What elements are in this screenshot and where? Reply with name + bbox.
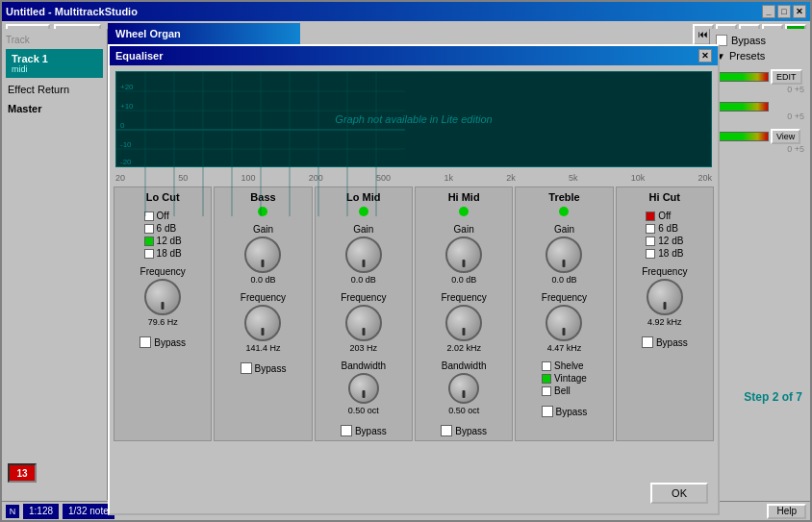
eq-bands: Lo Cut Off 6 dB 12 dB — [114, 186, 714, 441]
svg-text:-10: -10 — [120, 140, 132, 149]
track-1-sub: midi — [12, 64, 97, 74]
band-treble-title: Treble — [548, 191, 579, 203]
hi-cut-off-box[interactable] — [646, 211, 655, 221]
hi-cut-18db-box[interactable] — [646, 249, 655, 259]
wheel-organ-bar: Wheel Organ — [108, 23, 300, 44]
lo-cut-freq-indicator — [162, 302, 165, 310]
track-1-item[interactable]: Track 1 midi — [6, 49, 103, 78]
bass-bypass: Bypass — [241, 362, 287, 374]
treble-bypass-box[interactable] — [542, 406, 553, 417]
meter-2-label: 0 +5 — [716, 112, 804, 121]
lo-mid-bypass-box[interactable] — [341, 425, 352, 436]
hi-cut-18db[interactable]: 18 dB — [646, 248, 683, 259]
treble-shelve-box[interactable] — [542, 361, 551, 371]
treble-freq-indicator — [563, 328, 566, 336]
bass-freq-knob[interactable] — [244, 305, 281, 341]
treble-gain-indicator — [563, 260, 566, 267]
eq-graph-svg: +20 +10 +10 0 0 -10 -10 -20 — [116, 72, 405, 216]
lo-mid-gain-indicator — [362, 260, 365, 267]
treble-bypass: Bypass — [542, 406, 588, 417]
hi-mid-freq-container: Frequency 2.02 kHz — [442, 292, 487, 353]
effect-return-item[interactable]: Effect Return — [2, 80, 107, 99]
treble-freq-container: Frequency 4.47 kHz — [542, 292, 587, 353]
band-lo-mid: Lo Mid Gain 0.0 dB Frequency 203 Hz — [315, 186, 413, 441]
eq-dialog: Equaliser ✕ — [108, 44, 720, 515]
bass-gain-indicator — [262, 260, 265, 267]
hi-cut-off[interactable]: Off — [646, 211, 683, 221]
lo-cut-options: Off 6 dB 12 dB 18 dB — [144, 211, 182, 259]
svg-text:+20: +20 — [120, 83, 134, 91]
edit-btn[interactable]: EDIT — [771, 69, 802, 85]
hi-cut-bypass: Bypass — [642, 336, 688, 348]
hi-cut-freq-indicator — [663, 302, 666, 310]
freq-10k: 10k — [631, 173, 646, 183]
treble-shelve-options: Shelve Vintage Bell — [542, 360, 587, 396]
treble-shelve[interactable]: Shelve — [542, 360, 587, 371]
view-btn[interactable]: View — [771, 129, 800, 144]
hi-mid-freq-knob[interactable] — [445, 305, 482, 341]
freq-1k: 1k — [444, 173, 453, 183]
help-button[interactable]: Help — [767, 504, 806, 519]
close-btn[interactable]: ✕ — [793, 5, 806, 18]
lo-cut-bypass-box[interactable] — [140, 336, 151, 348]
hi-mid-bw-container: Bandwidth 0.50 oct — [442, 360, 487, 415]
lo-cut-12db-box[interactable] — [144, 236, 154, 246]
hi-cut-bypass-box[interactable] — [642, 336, 653, 348]
svg-text:-20: -20 — [120, 158, 132, 166]
hi-cut-6db-box[interactable] — [646, 224, 655, 234]
meter-1-label: 0 +5 — [716, 85, 804, 94]
treble-active-dot — [559, 207, 569, 216]
hi-cut-12db-box[interactable] — [646, 236, 655, 246]
hi-mid-freq-indicator — [463, 328, 466, 336]
svg-text:0: 0 — [120, 121, 125, 130]
eq-dialog-title: Equaliser — [115, 50, 164, 62]
hi-cut-freq-container: Frequency 4.92 kHz — [642, 266, 687, 327]
maximize-btn[interactable]: □ — [777, 5, 791, 18]
step-text: Step 2 of 7 — [744, 390, 802, 404]
lo-cut-6db[interactable]: 6 dB — [144, 223, 182, 234]
treble-vintage[interactable]: Vintage — [542, 373, 587, 384]
title-bar: Untitled - MultitrackStudio _ □ ✕ — [2, 2, 810, 21]
hi-mid-bw-knob[interactable] — [448, 373, 479, 404]
treble-bell-box[interactable] — [542, 386, 551, 396]
freq-5k: 5k — [569, 173, 578, 183]
lo-cut-18db[interactable]: 18 dB — [144, 248, 182, 259]
meter-2-bar — [716, 102, 769, 112]
lo-cut-12db[interactable]: 12 dB — [144, 236, 182, 246]
hi-cut-12db[interactable]: 12 dB — [646, 236, 683, 246]
treble-vintage-box[interactable] — [542, 374, 551, 384]
lo-cut-6db-box[interactable] — [144, 224, 154, 234]
bypass-row: Bypass — [710, 29, 810, 48]
hi-mid-gain-knob[interactable] — [445, 236, 482, 273]
bass-bypass-box[interactable] — [241, 362, 252, 374]
lo-cut-freq-knob[interactable] — [144, 279, 181, 315]
presets-label: Presets — [729, 50, 765, 62]
hi-cut-freq-knob[interactable] — [647, 279, 683, 315]
bass-gain-knob[interactable] — [244, 236, 281, 273]
status-icon: N — [6, 505, 19, 518]
ok-button[interactable]: OK — [650, 483, 708, 504]
treble-bell[interactable]: Bell — [542, 385, 587, 396]
hi-mid-bypass-box[interactable] — [441, 425, 452, 436]
title-bar-buttons: _ □ ✕ — [762, 5, 806, 18]
band-hi-mid-title: Hi Mid — [448, 191, 480, 203]
hi-mid-gain-indicator — [463, 260, 466, 267]
freq-20k: 20k — [698, 173, 712, 183]
treble-gain-knob[interactable] — [546, 236, 582, 273]
lo-mid-freq-knob[interactable] — [345, 305, 382, 341]
treble-freq-knob[interactable] — [546, 305, 582, 341]
minimize-btn[interactable]: _ — [762, 5, 775, 18]
lo-mid-gain-knob[interactable] — [345, 236, 382, 273]
master-label: Master — [2, 99, 107, 118]
lo-cut-18db-box[interactable] — [144, 249, 154, 259]
main-window: Untitled - MultitrackStudio _ □ ✕ Song A… — [0, 0, 812, 522]
left-panel: Track Track 1 midi Effect Return Master … — [2, 29, 108, 500]
lo-cut-freq-container: Frequency 79.6 Hz — [140, 266, 186, 327]
meter-1-container: EDIT 0 +5 — [710, 67, 810, 96]
eq-close-button[interactable]: ✕ — [698, 49, 712, 62]
meter-1-bar — [716, 72, 769, 82]
hi-mid-active-dot — [459, 207, 469, 216]
right-panel: Bypass ▼ Presets EDIT 0 +5 0 +5 View 0 + — [709, 29, 810, 500]
lo-mid-bw-knob[interactable] — [348, 373, 379, 404]
hi-cut-6db[interactable]: 6 dB — [646, 223, 683, 234]
